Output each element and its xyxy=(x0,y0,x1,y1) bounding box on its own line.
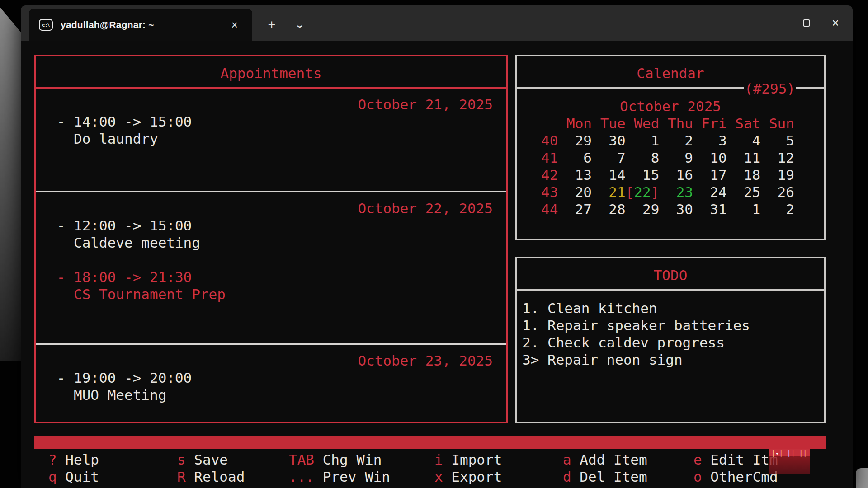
appointment-description: CS Tournament Prep xyxy=(36,286,506,303)
appointment-date: October 22, 2025 xyxy=(36,200,506,217)
appointment-time: - 19:00 -> 20:00 xyxy=(36,369,506,386)
window-controls: × xyxy=(763,5,850,41)
day-number: 31 xyxy=(693,201,727,217)
keybinding-column: ? Helpq Quit xyxy=(48,451,99,485)
calendar-panel-title: Calendar (#295) xyxy=(517,56,824,89)
day-number: 28 xyxy=(592,201,626,217)
calendar-day: 31 xyxy=(693,201,727,217)
calendar-week-row: 43 20 21[22] 23 24 25 26 xyxy=(517,183,824,201)
todo-item: 1. Clean kitchen xyxy=(522,300,821,317)
key-name: q xyxy=(48,469,57,485)
close-button[interactable]: × xyxy=(821,5,850,41)
key-name: ? xyxy=(48,451,57,468)
keybinding: TAB Chg Win xyxy=(289,451,390,468)
maximize-button[interactable] xyxy=(792,5,821,41)
todo-panel-title: TODO xyxy=(517,258,824,291)
calendar-day: 3 xyxy=(693,132,727,149)
todo-item: 2. Check caldev progress xyxy=(522,334,821,351)
maximize-icon xyxy=(803,19,810,27)
calendar-weekday-header: Mon Tue Wed Thu Fri Sat Sun xyxy=(517,115,824,132)
calendar-day: 14 xyxy=(592,167,626,183)
calendar-day: 17 xyxy=(693,167,727,183)
calendar-day: 2 xyxy=(659,132,693,149)
key-name: d xyxy=(563,469,571,485)
key-action-label: OtherCmd xyxy=(702,469,778,485)
calendar-day: 7 xyxy=(592,150,626,166)
calendar-day: 2 xyxy=(760,201,794,217)
calendar-day: 12 xyxy=(760,150,794,166)
key-name: ... xyxy=(289,469,314,485)
day-number: 26 xyxy=(760,184,794,200)
calendar-day: 4 xyxy=(727,132,761,149)
appointment-day-section: October 23, 2025 - 19:00 -> 20:00 MUO Me… xyxy=(36,345,506,421)
key-action-label: Quit xyxy=(57,469,99,485)
calendar-day: [22] xyxy=(626,184,660,200)
appointment-day-section: October 21, 2025 - 14:00 -> 15:00 Do lau… xyxy=(36,89,506,191)
calendar-day: 15 xyxy=(626,167,660,183)
week-number: 43 xyxy=(541,184,558,200)
calendar-day: 5 xyxy=(760,132,794,149)
appointment-date: October 21, 2025 xyxy=(36,96,506,113)
appointments-panel: Appointments October 21, 2025 - 14:00 ->… xyxy=(34,55,508,423)
key-action-label: Add Item xyxy=(571,451,647,468)
week-number: 44 xyxy=(541,201,558,217)
calendar-day: 8 xyxy=(626,150,660,166)
recording-toolbar-overlay[interactable]: │▾│ ││ ││ xyxy=(769,449,810,474)
media-controls-icon: │▾│ ││ ││ xyxy=(769,449,810,456)
tab-title: yadullah@Ragnar: ~ xyxy=(61,19,228,30)
plus-icon: + xyxy=(268,18,276,33)
day-number: 15 xyxy=(626,167,660,183)
day-number-badge: (#295) xyxy=(744,80,796,97)
appointment-day-section: October 22, 2025 - 12:00 -> 15:00 Caldev… xyxy=(36,192,506,343)
terminal-window: c:\ yadullah@Ragnar: ~ × + ⌄ × Appointme… xyxy=(21,5,853,488)
calendar-day: 21 xyxy=(592,184,626,200)
appointment-time: - 14:00 -> 15:00 xyxy=(36,113,506,130)
day-number: 5 xyxy=(760,132,794,149)
keybinding: s Save xyxy=(177,451,245,468)
appointments-panel-title: Appointments xyxy=(36,56,506,89)
today-day-number: 21 xyxy=(592,184,626,200)
keybinding: ... Prev Win xyxy=(289,468,390,485)
calendar-panel: Calendar (#295) October 2025 Mon Tue Wed… xyxy=(515,55,826,240)
key-action-label: Reload xyxy=(186,469,245,485)
calendar-week-row: 42 13 14 15 16 17 18 19 xyxy=(517,166,824,183)
tab-close-icon[interactable]: × xyxy=(228,19,241,31)
day-number: 12 xyxy=(760,150,794,166)
calendar-day: 25 xyxy=(727,184,761,200)
day-number: 20 xyxy=(558,184,592,200)
day-number: 25 xyxy=(727,184,761,200)
day-number: 14 xyxy=(592,167,626,183)
keybinding-column: TAB Chg Win... Prev Win xyxy=(289,451,390,485)
day-number: 2 xyxy=(760,201,794,217)
key-name: TAB xyxy=(289,451,314,468)
terminal-tab[interactable]: c:\ yadullah@Ragnar: ~ × xyxy=(29,9,252,41)
keybinding: a Add Item xyxy=(563,451,647,468)
minimize-button[interactable] xyxy=(763,5,792,41)
terminal-content[interactable]: Appointments October 21, 2025 - 14:00 ->… xyxy=(21,41,853,488)
calendar-day: 1 xyxy=(727,201,761,217)
keybinding: o OtherCmd xyxy=(693,468,778,485)
tab-dropdown-button[interactable]: ⌄ xyxy=(280,9,320,41)
key-action-label: Import xyxy=(443,451,502,468)
key-name: x xyxy=(434,469,443,485)
keybinding: d Del Item xyxy=(563,468,647,485)
keybinding: i Import xyxy=(434,451,502,468)
calendar-title-text: Calendar xyxy=(637,65,704,82)
calendar-day: 27 xyxy=(558,201,592,217)
calendar-day: 9 xyxy=(659,150,693,166)
key-action-label: Del Item xyxy=(571,469,647,485)
day-number: 30 xyxy=(592,132,626,149)
day-number: 17 xyxy=(693,167,727,183)
wallpaper-fragment-corner xyxy=(856,468,868,488)
day-number: 13 xyxy=(558,167,592,183)
day-number: 10 xyxy=(693,150,727,166)
key-action-label: Save xyxy=(186,451,228,468)
day-number: 6 xyxy=(558,150,592,166)
calendar-day: 29 xyxy=(626,201,660,217)
key-name: o xyxy=(693,469,702,485)
day-number: 2 xyxy=(659,132,693,149)
calendar-day: 20 xyxy=(558,184,592,200)
calendar-body: October 2025 Mon Tue Wed Thu Fri Sat Sun… xyxy=(517,89,824,218)
title-bar[interactable]: c:\ yadullah@Ragnar: ~ × + ⌄ × xyxy=(21,5,853,41)
calendar-day: 13 xyxy=(558,167,592,183)
